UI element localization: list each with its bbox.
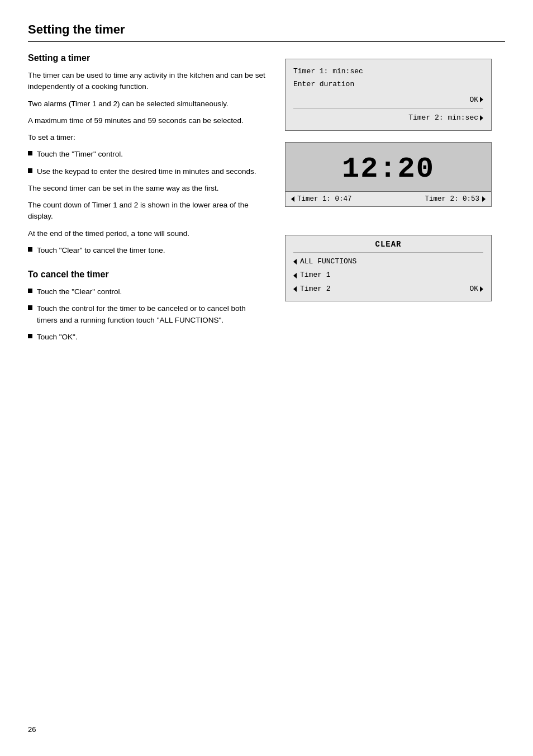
paragraph-1: The timer can be used to time any activi… <box>28 70 268 93</box>
clear-header: CLEAR <box>293 240 483 249</box>
all-functions-arrow-icon <box>293 259 297 264</box>
enter-duration-label: Enter duration <box>293 78 483 91</box>
ok-label: OK <box>469 93 483 106</box>
paragraph-4: To set a timer: <box>28 132 268 143</box>
clear-divider-1 <box>293 252 483 253</box>
bullet-touch-clear: Touch the "Clear" control. <box>28 286 268 297</box>
clock-display-area: 12:20 <box>285 143 491 191</box>
timer2-clear-row: Timer 2 OK <box>293 282 483 296</box>
page-title: Setting the timer <box>28 22 505 42</box>
timer1-label: Timer 1: min:sec <box>293 65 483 78</box>
page-number: 26 <box>28 725 36 734</box>
paragraph-2: Two alarms (Timer 1 and 2) can be select… <box>28 98 268 110</box>
bullet-touch-timer: Touch the "Timer" control. <box>28 149 268 160</box>
section-setting-timer-title: Setting a timer <box>28 53 268 63</box>
ok-row: OK <box>293 93 483 106</box>
bullet-use-keypad: Use the keypad to enter the desired time… <box>28 166 268 177</box>
bullet-touch-control: Touch the control for the timer to be ca… <box>28 303 268 326</box>
paragraph-3: A maximum time of 59 minutes and 59 seco… <box>28 115 268 126</box>
clock-bottom-bar: Timer 1: 0:47 Timer 2: 0:53 <box>285 191 491 206</box>
bullet-icon-4 <box>28 289 32 293</box>
panel-divider <box>293 108 483 109</box>
clock-panel: 12:20 Timer 1: 0:47 Timer 2: 0:53 <box>285 142 492 207</box>
timer1-clear-arrow-icon <box>293 273 297 278</box>
section-cancel-timer-title: To cancel the timer <box>28 270 268 280</box>
clock-time: 12:20 <box>285 153 491 186</box>
ok-arrow-icon <box>480 97 483 102</box>
paragraph-tone: At the end of the timed period, a tone w… <box>28 228 268 239</box>
timer2-arrow-right-icon <box>482 196 486 202</box>
timer2-row: Timer 2: min:sec <box>293 111 483 124</box>
spacer <box>285 218 497 224</box>
paragraph-second-timer: The second timer can be set in the same … <box>28 183 268 194</box>
timer2-label: Timer 2: min:sec <box>408 111 483 124</box>
timer1-arrow-left-icon <box>291 196 294 202</box>
timer2-countdown: Timer 2: 0:53 <box>425 195 486 203</box>
timer1-clear-row: Timer 1 <box>293 268 483 282</box>
all-functions-row: ALL FUNCTIONS <box>293 255 483 269</box>
clear-ok-arrow-icon <box>480 286 483 292</box>
timer-input-panel: Timer 1: min:sec Enter duration OK Timer… <box>285 59 492 131</box>
timer2-arrow-icon <box>480 115 483 121</box>
timer1-countdown: Timer 1: 0:47 <box>291 195 352 203</box>
bullet-icon-6 <box>28 334 32 338</box>
paragraph-countdown: The count down of Timer 1 and 2 is shown… <box>28 200 268 223</box>
bullet-icon-1 <box>28 151 32 155</box>
bullet-icon-2 <box>28 168 32 173</box>
timer2-clear-arrow-icon <box>293 286 297 292</box>
bullet-touch-ok: Touch "OK". <box>28 332 268 343</box>
bullet-icon-3 <box>28 247 32 252</box>
clear-panel: CLEAR ALL FUNCTIONS Timer 1 Timer 2 OK <box>285 235 492 301</box>
bullet-touch-clear-tone: Touch "Clear" to cancel the timer tone. <box>28 245 268 256</box>
clear-ok-label: OK <box>469 282 483 296</box>
bullet-icon-5 <box>28 305 32 310</box>
